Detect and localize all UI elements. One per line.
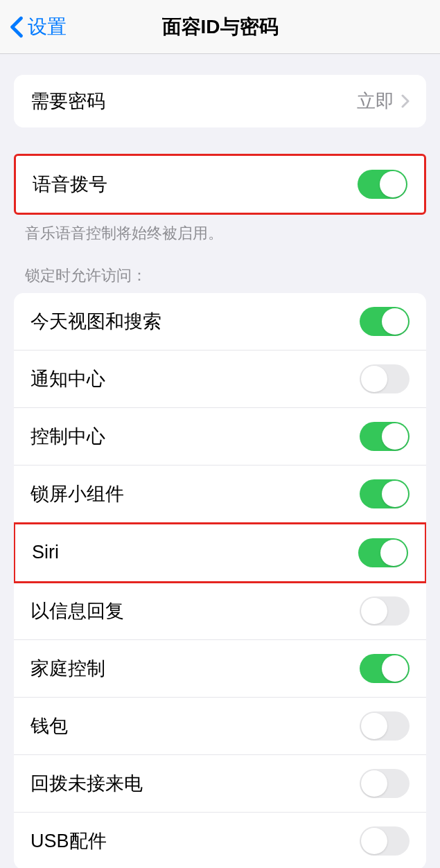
lock-item-toggle[interactable] <box>358 538 408 567</box>
lock-item-toggle[interactable] <box>360 769 410 798</box>
lock-item-toggle[interactable] <box>360 826 410 856</box>
lock-item-label: 锁屏小组件 <box>30 481 124 506</box>
require-passcode-value: 立即 <box>357 89 394 114</box>
lock-item-toggle[interactable] <box>360 596 410 626</box>
lock-item-label: 今天视图和搜索 <box>30 309 161 334</box>
voice-dial-row: 语音拨号 <box>16 156 424 213</box>
lock-item-row: 通知中心 <box>14 351 426 408</box>
require-passcode-label: 需要密码 <box>30 89 105 114</box>
voice-dial-toggle[interactable] <box>358 170 407 199</box>
lock-access-group: 今天视图和搜索通知中心控制中心锁屏小组件Siri以信息回复家庭控制钱包回拨未接来… <box>14 293 426 868</box>
toggle-knob <box>382 655 408 682</box>
lock-item-toggle[interactable] <box>360 479 410 508</box>
lock-item-toggle[interactable] <box>360 654 410 683</box>
row-value-wrap: 立即 <box>357 89 410 114</box>
chevron-right-icon <box>401 94 410 108</box>
require-passcode-group: 需要密码 立即 <box>14 75 426 127</box>
voice-dial-footer: 音乐语音控制将始终被启用。 <box>0 215 440 245</box>
toggle-knob <box>361 366 387 392</box>
lock-item-label: 控制中心 <box>30 424 105 449</box>
chevron-left-icon <box>10 16 24 38</box>
lock-item-label: 通知中心 <box>30 366 105 391</box>
content-area: 需要密码 立即 语音拨号 音乐语音控制将始终被启用。 锁定时允许访问： 今天视图… <box>0 54 440 868</box>
lock-item-row: 回拨未接来电 <box>14 755 426 813</box>
toggle-knob <box>380 171 406 197</box>
lock-item-row: 家庭控制 <box>14 640 426 698</box>
back-button[interactable]: 设置 <box>10 14 67 40</box>
lock-item-label: USB配件 <box>30 829 107 853</box>
lock-item-label: 回拨未接来电 <box>30 771 143 796</box>
lock-item-label: 钱包 <box>30 714 68 738</box>
lock-item-row: 今天视图和搜索 <box>14 293 426 351</box>
toggle-knob <box>382 481 408 507</box>
lock-item-row: 钱包 <box>14 698 426 755</box>
lock-item-row: 控制中心 <box>14 408 426 466</box>
toggle-knob <box>361 770 387 797</box>
voice-dial-group: 语音拨号 <box>14 154 426 215</box>
lock-item-toggle[interactable] <box>360 307 410 336</box>
lock-item-row: 以信息回复 <box>14 583 426 640</box>
lock-item-label: 以信息回复 <box>30 599 124 623</box>
page-title: 面容ID与密码 <box>162 14 279 40</box>
lock-item-toggle[interactable] <box>360 422 410 451</box>
toggle-knob <box>382 423 408 450</box>
voice-dial-label: 语音拨号 <box>33 172 107 197</box>
toggle-knob <box>361 598 387 624</box>
lock-item-toggle[interactable] <box>360 711 410 741</box>
toggle-knob <box>361 828 387 854</box>
lock-item-toggle[interactable] <box>360 364 410 393</box>
lock-item-label: Siri <box>32 542 59 563</box>
lock-item-row: USB配件 <box>14 813 426 868</box>
toggle-knob <box>380 540 407 566</box>
back-label: 设置 <box>28 14 67 40</box>
toggle-knob <box>361 713 387 739</box>
lock-item-label: 家庭控制 <box>30 656 105 681</box>
require-passcode-row[interactable]: 需要密码 立即 <box>14 75 426 127</box>
nav-header: 设置 面容ID与密码 <box>0 0 440 54</box>
lock-section-header: 锁定时允许访问： <box>0 245 440 293</box>
lock-item-row: Siri <box>14 522 426 583</box>
toggle-knob <box>382 308 408 335</box>
lock-item-row: 锁屏小组件 <box>14 466 426 523</box>
